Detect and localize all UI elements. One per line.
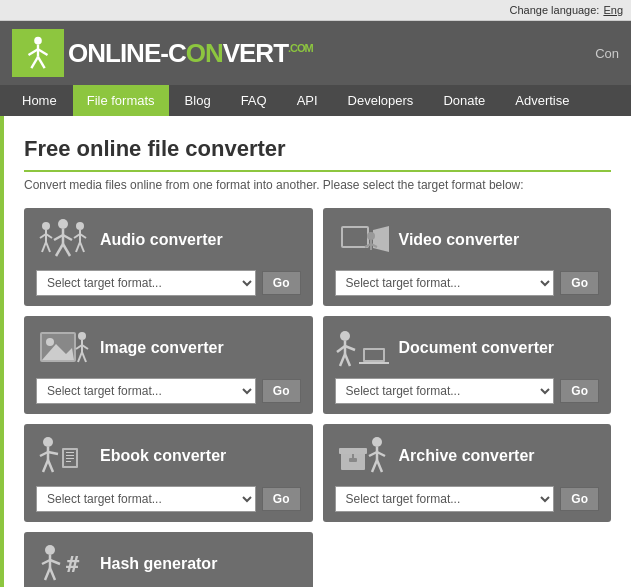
language-bar: Change language: Eng bbox=[0, 0, 631, 21]
nav-file-formats[interactable]: File formats bbox=[73, 85, 169, 116]
svg-rect-63 bbox=[339, 448, 367, 454]
svg-point-35 bbox=[78, 332, 86, 340]
image-format-select[interactable]: Select target format... bbox=[36, 378, 256, 404]
image-icon bbox=[36, 326, 90, 370]
video-go-button[interactable]: Go bbox=[560, 271, 599, 295]
nav-home[interactable]: Home bbox=[8, 85, 71, 116]
ebook-icon bbox=[36, 434, 90, 478]
nav-donate[interactable]: Donate bbox=[429, 85, 499, 116]
svg-line-54 bbox=[43, 460, 48, 472]
logo-bar: ONLINE-CONVERT.COM Con bbox=[0, 21, 631, 85]
svg-line-14 bbox=[54, 235, 63, 240]
top-right-text: Con bbox=[595, 46, 619, 61]
svg-line-53 bbox=[48, 452, 58, 454]
document-go-button[interactable]: Go bbox=[560, 379, 599, 403]
audio-icon bbox=[36, 218, 90, 262]
svg-line-15 bbox=[63, 235, 72, 240]
svg-text:#: # bbox=[66, 552, 80, 577]
video-converter-card: Video converter Select target format... … bbox=[323, 208, 612, 306]
document-converter-title: Document converter bbox=[399, 339, 555, 357]
archive-converter-card: Archive converter Select target format..… bbox=[323, 424, 612, 522]
main-content: Free online file converter Convert media… bbox=[0, 116, 631, 587]
archive-go-button[interactable]: Go bbox=[560, 487, 599, 511]
svg-line-22 bbox=[76, 242, 80, 252]
nav-api[interactable]: API bbox=[283, 85, 332, 116]
svg-point-66 bbox=[372, 437, 382, 447]
svg-line-16 bbox=[56, 244, 63, 256]
svg-point-18 bbox=[76, 222, 84, 230]
nav-developers[interactable]: Developers bbox=[334, 85, 428, 116]
navigation-bar: Home File formats Blog FAQ API Developer… bbox=[0, 85, 631, 116]
nav-blog[interactable]: Blog bbox=[171, 85, 225, 116]
image-converter-title: Image converter bbox=[100, 339, 224, 357]
ebook-converter-title: Ebook converter bbox=[100, 447, 226, 465]
document-format-select[interactable]: Select target format... bbox=[335, 378, 555, 404]
archive-converter-header: Archive converter bbox=[335, 434, 600, 478]
svg-line-2 bbox=[29, 49, 39, 55]
change-language-label: Change language: bbox=[510, 4, 600, 16]
language-selector[interactable]: Change language: Eng bbox=[510, 4, 624, 16]
svg-point-0 bbox=[34, 37, 42, 45]
archive-icon bbox=[335, 434, 389, 478]
svg-point-33 bbox=[46, 338, 54, 346]
svg-line-17 bbox=[63, 244, 70, 256]
svg-line-48 bbox=[340, 354, 345, 366]
svg-line-70 bbox=[372, 460, 377, 472]
svg-rect-43 bbox=[359, 362, 389, 364]
svg-rect-58 bbox=[66, 452, 74, 453]
image-go-button[interactable]: Go bbox=[262, 379, 301, 403]
hash-generator-header: # Hash generator bbox=[36, 542, 301, 586]
svg-rect-25 bbox=[343, 228, 367, 246]
svg-line-11 bbox=[46, 242, 50, 252]
archive-converter-controls: Select target format... Go bbox=[335, 486, 600, 512]
svg-point-50 bbox=[43, 437, 53, 447]
svg-line-4 bbox=[31, 57, 38, 68]
svg-line-77 bbox=[50, 568, 55, 580]
logo-figure-icon bbox=[19, 34, 57, 72]
video-converter-header: Video converter bbox=[335, 218, 600, 262]
document-converter-card: Document converter Select target format.… bbox=[323, 316, 612, 414]
audio-converter-title: Audio converter bbox=[100, 231, 223, 249]
audio-converter-controls: Select target format... Go bbox=[36, 270, 301, 296]
page-title: Free online file converter bbox=[24, 136, 611, 172]
nav-advertise[interactable]: Advertise bbox=[501, 85, 583, 116]
svg-point-6 bbox=[42, 222, 50, 230]
svg-line-3 bbox=[38, 49, 48, 55]
audio-converter-header: Audio converter bbox=[36, 218, 301, 262]
svg-line-10 bbox=[42, 242, 46, 252]
ebook-go-button[interactable]: Go bbox=[262, 487, 301, 511]
svg-line-71 bbox=[377, 460, 382, 472]
archive-format-select[interactable]: Select target format... bbox=[335, 486, 555, 512]
document-icon bbox=[335, 326, 389, 370]
svg-line-40 bbox=[82, 352, 86, 362]
language-value[interactable]: Eng bbox=[603, 4, 623, 16]
ebook-converter-header: Ebook converter bbox=[36, 434, 301, 478]
audio-go-button[interactable]: Go bbox=[262, 271, 301, 295]
svg-line-55 bbox=[48, 460, 53, 472]
svg-rect-42 bbox=[365, 350, 383, 360]
svg-line-49 bbox=[345, 354, 350, 366]
audio-format-select[interactable]: Select target format... bbox=[36, 270, 256, 296]
svg-line-23 bbox=[80, 242, 84, 252]
ebook-converter-controls: Select target format... Go bbox=[36, 486, 301, 512]
ebook-format-select[interactable]: Select target format... bbox=[36, 486, 256, 512]
svg-line-75 bbox=[50, 560, 60, 564]
svg-point-72 bbox=[45, 545, 55, 555]
hash-generator-title: Hash generator bbox=[100, 555, 217, 573]
audio-converter-card: Audio converter Select target format... … bbox=[24, 208, 313, 306]
video-icon bbox=[335, 218, 389, 262]
svg-rect-60 bbox=[66, 458, 74, 459]
logo-area[interactable]: ONLINE-CONVERT.COM bbox=[12, 29, 313, 77]
hash-generator-card: # Hash generator Select target format...… bbox=[24, 532, 313, 587]
svg-line-47 bbox=[345, 346, 355, 350]
svg-point-44 bbox=[340, 331, 350, 341]
logo-icon bbox=[12, 29, 64, 77]
svg-rect-65 bbox=[349, 458, 357, 462]
nav-faq[interactable]: FAQ bbox=[227, 85, 281, 116]
svg-marker-26 bbox=[373, 226, 389, 252]
svg-rect-61 bbox=[66, 461, 71, 462]
logo-text: ONLINE-CONVERT.COM bbox=[68, 38, 313, 69]
svg-point-12 bbox=[58, 219, 68, 229]
video-format-select[interactable]: Select target format... bbox=[335, 270, 555, 296]
svg-line-39 bbox=[78, 352, 82, 362]
